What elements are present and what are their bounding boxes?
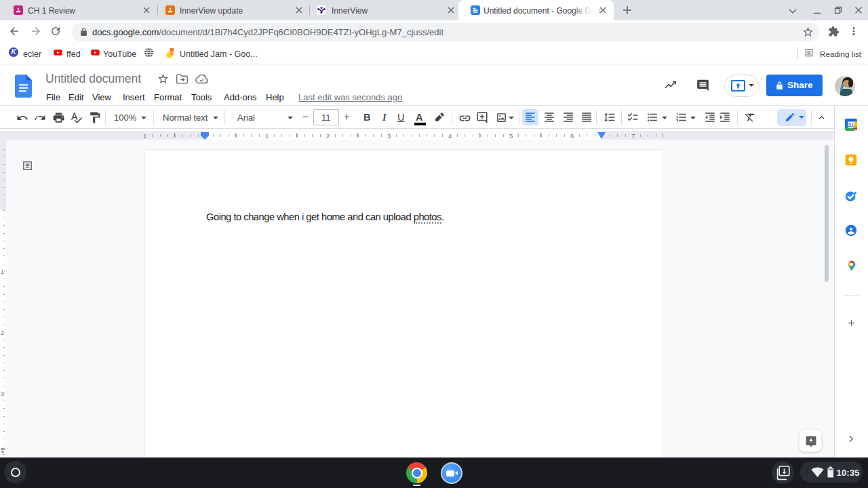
svg-text:31: 31 bbox=[848, 122, 854, 128]
